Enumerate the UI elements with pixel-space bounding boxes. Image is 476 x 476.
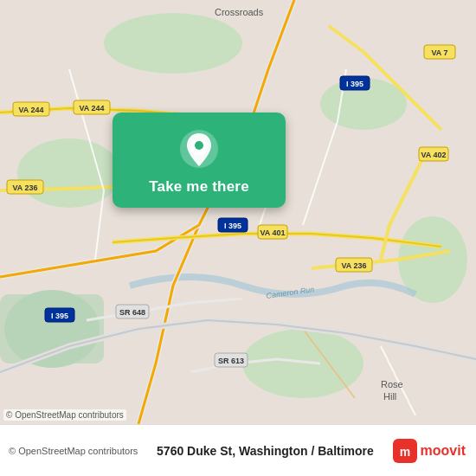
bottom-bar: © OpenStreetMap contributors 5760 Duke S… <box>0 424 476 476</box>
svg-text:I 395: I 395 <box>51 312 68 320</box>
bottom-attribution: © OpenStreetMap contributors <box>9 446 138 456</box>
svg-text:m: m <box>399 445 409 459</box>
take-me-there-button[interactable]: Take me there <box>149 178 249 196</box>
svg-text:VA 402: VA 402 <box>421 151 446 159</box>
svg-text:VA 7: VA 7 <box>431 48 447 57</box>
svg-text:VA 401: VA 401 <box>260 228 285 237</box>
svg-text:VA 236: VA 236 <box>341 261 366 270</box>
moovit-logo: m moovit <box>393 439 466 463</box>
svg-text:VA 244: VA 244 <box>79 104 104 113</box>
svg-text:I 395: I 395 <box>224 222 241 230</box>
svg-text:VA 244: VA 244 <box>18 106 43 114</box>
svg-point-1 <box>17 138 121 208</box>
moovit-brand-text: moovit <box>421 443 466 459</box>
location-card[interactable]: Take me there <box>113 113 286 208</box>
svg-text:SR 613: SR 613 <box>218 357 244 365</box>
svg-text:Rose: Rose <box>381 379 403 389</box>
moovit-icon: m <box>393 439 417 463</box>
map-container: Crossroads VA 244 VA 244 VA 236 VA 7 I 3… <box>0 0 476 424</box>
map-attribution: © OpenStreetMap contributors <box>3 409 126 421</box>
svg-text:SR 648: SR 648 <box>119 308 145 317</box>
address-label: 5760 Duke St, Washington / Baltimore <box>138 444 392 458</box>
svg-point-3 <box>104 13 242 74</box>
svg-point-38 <box>195 141 203 150</box>
location-pin-icon <box>178 128 220 170</box>
svg-text:Crossroads: Crossroads <box>215 7 264 17</box>
svg-text:I 395: I 395 <box>346 80 363 88</box>
svg-text:Hill: Hill <box>383 391 396 402</box>
svg-point-5 <box>242 329 363 398</box>
svg-text:VA 236: VA 236 <box>12 183 37 192</box>
